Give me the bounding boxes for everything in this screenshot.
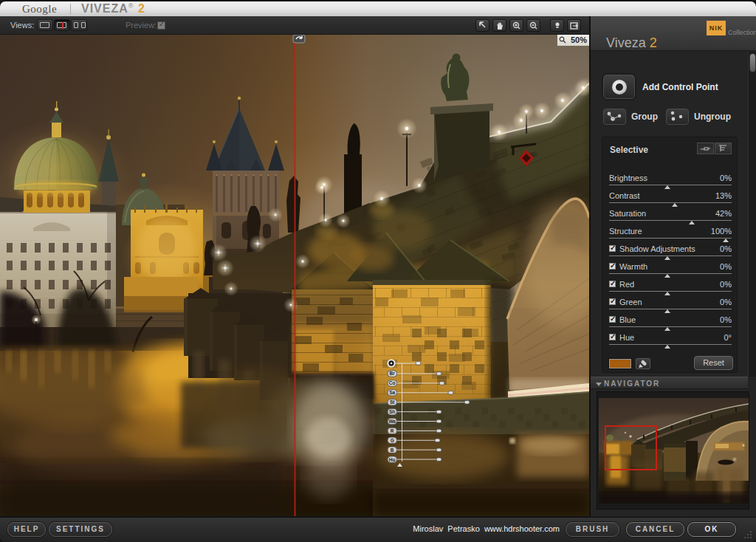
svg-text:R: R bbox=[391, 428, 394, 433]
svg-text:Sa: Sa bbox=[389, 390, 395, 395]
svg-text:G: G bbox=[391, 438, 394, 443]
svg-text:Sh: Sh bbox=[389, 409, 395, 414]
svg-text:Br: Br bbox=[390, 371, 396, 376]
svg-text:Wa: Wa bbox=[388, 419, 396, 424]
svg-text:Hu: Hu bbox=[389, 457, 396, 462]
svg-text:Co: Co bbox=[389, 380, 396, 385]
svg-text:B: B bbox=[391, 447, 394, 453]
svg-text:St: St bbox=[390, 399, 395, 405]
